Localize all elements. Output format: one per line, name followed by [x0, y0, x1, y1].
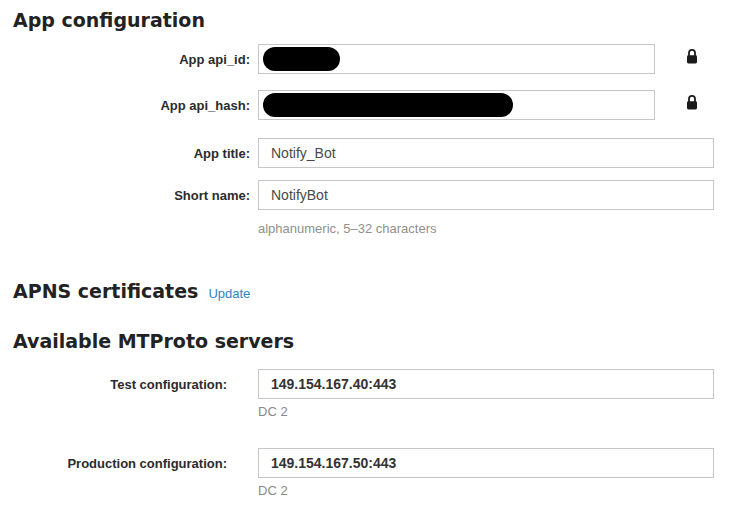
api-hash-field[interactable] [258, 90, 655, 120]
apns-section-header: APNS certificates Update [0, 280, 752, 302]
form-row-short-name: Short name: [0, 180, 752, 210]
test-dc-note: DC 2 [258, 404, 288, 419]
short-name-label: Short name: [0, 180, 258, 203]
app-title-label: App title: [0, 138, 258, 161]
section-heading-apns-certificates: APNS certificates [13, 280, 198, 302]
form-row-api-hash: App api_hash: [0, 90, 752, 120]
production-dc-note: DC 2 [258, 483, 288, 498]
production-configuration-label: Production configuration: [0, 448, 258, 471]
app-configuration-page: App configuration App api_id: App api_ha… [0, 0, 752, 499]
short-name-hint: alphanumeric, 5–32 characters [258, 221, 437, 236]
section-heading-mtproto-servers: Available MTProto servers [13, 330, 752, 352]
test-dc-note-row: DC 2 [258, 402, 752, 420]
lock-icon [685, 94, 699, 111]
form-row-app-title: App title: [0, 138, 752, 168]
api-hash-label: App api_hash: [0, 90, 258, 113]
api-id-field[interactable] [258, 44, 655, 74]
test-configuration-label: Test configuration: [0, 369, 258, 392]
redaction-bar [263, 47, 340, 71]
form-row-production-configuration: Production configuration: [0, 448, 752, 478]
test-configuration-input[interactable] [258, 369, 714, 399]
form-row-api-id: App api_id: [0, 44, 752, 74]
apns-update-link[interactable]: Update [208, 286, 250, 301]
form-row-test-configuration: Test configuration: [0, 369, 752, 399]
app-title-input[interactable] [258, 138, 714, 168]
section-heading-app-configuration: App configuration [13, 9, 752, 31]
production-configuration-input[interactable] [258, 448, 714, 478]
short-name-input[interactable] [258, 180, 714, 210]
api-id-label: App api_id: [0, 44, 258, 67]
redaction-bar [263, 93, 513, 117]
lock-icon [685, 48, 699, 65]
short-name-hint-row: alphanumeric, 5–32 characters [258, 219, 752, 237]
production-dc-note-row: DC 2 [258, 481, 752, 499]
